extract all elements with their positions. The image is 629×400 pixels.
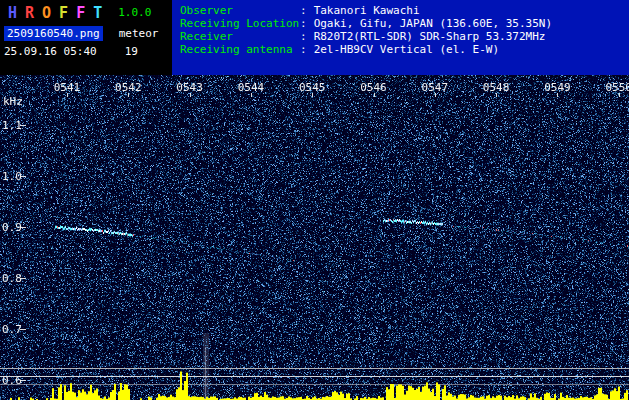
app-title: HROFFT	[8, 3, 110, 22]
time-tick-label-0547: 0547	[412, 81, 458, 94]
observer-info-row: Receiving antenna:2el-HB9CV Vertical (el…	[180, 43, 629, 56]
observer-info-panel: Observer:Takanori KawachiReceiving Locat…	[172, 0, 629, 75]
app-title-letter: R	[25, 4, 34, 22]
info-separator: :	[300, 43, 307, 56]
info-separator: :	[300, 4, 307, 17]
freq-tick-label-1.1: 1.1	[2, 119, 22, 132]
app-title-letter: F	[76, 4, 85, 22]
file-row: 2509160540.pngmeteor	[4, 22, 158, 41]
time-tick-label-0542: 0542	[105, 81, 151, 94]
output-filename: 2509160540.png	[4, 26, 103, 41]
freq-tick-label-0.6: 0.6	[2, 374, 22, 387]
frequency-unit-label: kHz	[3, 95, 23, 108]
app-title-letter: O	[42, 4, 51, 22]
mode-label: meteor	[119, 27, 159, 40]
app-title-row: HROFFT1.0.0	[8, 3, 151, 22]
info-separator: :	[300, 17, 307, 30]
echo-count: 19	[125, 45, 138, 58]
app-title-letter: H	[8, 4, 17, 22]
date-row: 25.09.16 05:4019	[4, 40, 138, 59]
observer-info-row: Observer:Takanori Kawachi	[180, 4, 629, 17]
observer-info-row: Receiving Location:Ogaki, Gifu, JAPAN (1…	[180, 17, 629, 30]
timestamp-label: 25.09.16 05:40	[4, 45, 97, 58]
time-tick-label-0543: 0543	[167, 81, 213, 94]
time-tick-label-0548: 0548	[473, 81, 519, 94]
hrofft-window: HROFFT1.0.0 2509160540.pngmeteor 25.09.1…	[0, 0, 629, 400]
freq-tick-label-0.8: 0.8	[2, 272, 22, 285]
info-label: Observer	[180, 4, 300, 17]
time-tick-label-0545: 0545	[289, 81, 335, 94]
time-tick-label-0550: 0550	[596, 81, 629, 94]
info-label: Receiving Location	[180, 17, 300, 30]
header: HROFFT1.0.0 2509160540.pngmeteor 25.09.1…	[0, 0, 629, 75]
info-value: R820T2(RTL-SDR) SDR-Sharp 53.372MHz	[314, 30, 546, 43]
freq-tick-label-1.0: 1.0	[2, 170, 22, 183]
info-value: Ogaki, Gifu, JAPAN (136.60E, 35.35N)	[314, 17, 552, 30]
freq-tick-label-0.9: 0.9	[2, 221, 22, 234]
app-version: 1.0.0	[118, 6, 151, 19]
spectrogram-canvas	[0, 75, 629, 400]
info-value: Takanori Kawachi	[314, 4, 420, 17]
time-tick-label-0541: 0541	[44, 81, 90, 94]
freq-tick-label-0.7: 0.7	[2, 323, 22, 336]
observer-info-row: Receiver:R820T2(RTL-SDR) SDR-Sharp 53.37…	[180, 30, 629, 43]
info-value: 2el-HB9CV Vertical (el. E-W)	[314, 43, 499, 56]
info-separator: :	[300, 30, 307, 43]
info-label: Receiving antenna	[180, 43, 300, 56]
info-label: Receiver	[180, 30, 300, 43]
time-tick-label-0546: 0546	[351, 81, 397, 94]
time-tick-label-0544: 0544	[228, 81, 274, 94]
app-title-letter: T	[93, 4, 102, 22]
app-title-letter: F	[59, 4, 68, 22]
spectrogram-plot: 0541054205430544054505460547054805490550…	[0, 75, 629, 400]
time-tick-label-0549: 0549	[534, 81, 580, 94]
